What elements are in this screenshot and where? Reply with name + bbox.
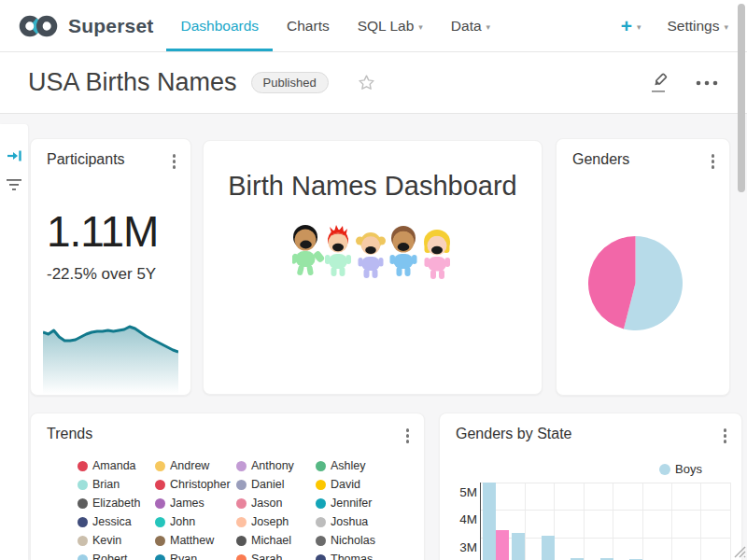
chart-options-icon[interactable] xyxy=(708,151,719,172)
legend-item[interactable]: Ashley xyxy=(316,456,416,475)
legend-dot xyxy=(78,498,88,509)
legend-dot xyxy=(236,554,247,560)
nav-item[interactable]: Charts xyxy=(273,0,344,51)
legend-label: Thomas xyxy=(331,553,373,560)
nav-item[interactable]: Dashboards xyxy=(166,0,273,51)
legend-dot xyxy=(155,461,165,471)
legend-dot xyxy=(316,554,326,560)
legend-dot xyxy=(155,498,165,509)
legend-label: David xyxy=(331,478,360,491)
nav-item-label: Charts xyxy=(287,18,330,35)
nav-item-label: Data xyxy=(451,18,482,35)
edit-pencil-icon[interactable] xyxy=(650,72,670,94)
chart-options-icon[interactable] xyxy=(402,426,414,446)
legend-item[interactable]: Andrew xyxy=(155,456,236,475)
legend-label: Christopher xyxy=(170,478,231,491)
legend-item[interactable]: Elizabeth xyxy=(78,494,155,512)
legend-item[interactable]: Robert xyxy=(78,550,155,560)
markdown-title: Birth Names Dashboard xyxy=(204,171,542,202)
genders-pie xyxy=(588,236,683,330)
settings-menu[interactable]: Settings ▾ xyxy=(667,18,728,35)
card-genders: Genders xyxy=(556,138,730,396)
legend-label: Andrew xyxy=(170,459,209,472)
new-button[interactable]: + ▾ xyxy=(621,15,641,37)
legend-dot xyxy=(316,536,326,546)
bar-girls[interactable] xyxy=(496,530,509,560)
legend-item[interactable]: Brian xyxy=(78,475,155,494)
legend-item[interactable]: Jennifer xyxy=(316,494,416,512)
dashboard-grid: Participants 1.11M -22.5% over 5Y Birth … xyxy=(0,114,747,560)
gridline-horizontal xyxy=(481,483,730,483)
toddlers-illustration xyxy=(292,223,453,281)
legend-item[interactable]: Michael xyxy=(236,531,316,550)
brand-name[interactable]: Superset xyxy=(68,15,153,37)
legend-item[interactable]: Daniel xyxy=(236,475,316,494)
bar-boys[interactable] xyxy=(483,483,496,560)
gbs-plot: 5M4M3M xyxy=(480,483,730,560)
legend-item[interactable]: Sarah xyxy=(236,550,316,560)
chevron-down-icon: ▾ xyxy=(724,22,728,32)
legend-item[interactable]: Jessica xyxy=(78,512,155,531)
legend-label: James xyxy=(170,497,204,510)
legend-dot xyxy=(155,554,165,560)
legend-label: John xyxy=(170,515,195,528)
legend-label: Matthew xyxy=(170,534,214,547)
chart-title: Trends xyxy=(47,426,92,442)
expand-filter-bar-icon[interactable] xyxy=(0,145,28,167)
legend-item[interactable]: Nicholas xyxy=(316,531,416,550)
legend-label: Elizabeth xyxy=(92,497,140,510)
published-badge[interactable]: Published xyxy=(251,72,329,93)
page-title: USA Births Names xyxy=(28,68,237,97)
legend-item[interactable]: Christopher xyxy=(155,475,236,494)
legend-item[interactable]: Ryan xyxy=(155,550,236,560)
legend-label: Joshua xyxy=(331,515,368,528)
chevron-down-icon: ▾ xyxy=(637,22,641,32)
dashboard-header: USA Births Names Published xyxy=(0,52,747,114)
legend-item[interactable]: Matthew xyxy=(155,531,236,550)
legend-dot xyxy=(659,464,670,475)
big-number: 1.11M xyxy=(47,210,158,253)
legend-item[interactable]: Joseph xyxy=(236,512,316,531)
legend-item[interactable]: Joshua xyxy=(316,512,416,531)
legend-dot xyxy=(236,480,247,490)
bar-boys[interactable] xyxy=(512,533,525,560)
legend-item[interactable]: James xyxy=(155,494,236,512)
legend-dot xyxy=(78,536,88,546)
scrollbar-thumb[interactable] xyxy=(738,4,745,192)
legend-label: Sarah xyxy=(251,553,282,560)
legend-dot xyxy=(155,517,165,527)
nav-item[interactable]: Data ▾ xyxy=(437,0,504,51)
participants-sparkline xyxy=(43,323,178,394)
legend-item[interactable]: David xyxy=(316,475,416,494)
top-nav: Superset Dashboards Charts SQL Lab ▾ Dat… xyxy=(0,0,747,52)
legend-item[interactable]: Anthony xyxy=(236,456,316,475)
y-axis-tick-label: 3M xyxy=(456,540,477,554)
legend-item[interactable]: Jason xyxy=(236,494,316,512)
card-markdown-header: Birth Names Dashboard xyxy=(203,140,543,395)
nav-item[interactable]: SQL Lab ▾ xyxy=(344,0,437,51)
chart-options-icon[interactable] xyxy=(720,426,731,446)
card-trends: Trends Amanda Andrew Anthony xyxy=(30,413,425,560)
filter-icon[interactable] xyxy=(0,173,28,195)
legend-dot xyxy=(316,461,326,471)
favorite-star-icon[interactable] xyxy=(357,73,376,92)
gbs-legend[interactable]: Boys xyxy=(659,462,702,476)
legend-label: Boys xyxy=(675,462,702,476)
legend-dot xyxy=(316,498,326,509)
legend-label: Nicholas xyxy=(331,534,375,547)
more-menu-icon[interactable] xyxy=(695,79,719,87)
legend-item[interactable]: Kevin xyxy=(78,531,155,550)
legend-dot xyxy=(155,536,165,546)
legend-label: Ashley xyxy=(331,459,366,472)
legend-label: Joseph xyxy=(251,515,289,528)
superset-logo[interactable] xyxy=(17,12,60,40)
chart-options-icon[interactable] xyxy=(169,151,180,172)
legend-item[interactable]: Thomas xyxy=(316,550,416,560)
legend-label: Daniel xyxy=(251,478,284,491)
legend-item[interactable]: Amanda xyxy=(78,456,155,475)
legend-label: Robert xyxy=(92,553,128,560)
gridline-vertical xyxy=(700,483,701,560)
bar-boys[interactable] xyxy=(542,536,555,560)
gridline-vertical xyxy=(584,483,585,560)
legend-item[interactable]: John xyxy=(155,512,236,531)
